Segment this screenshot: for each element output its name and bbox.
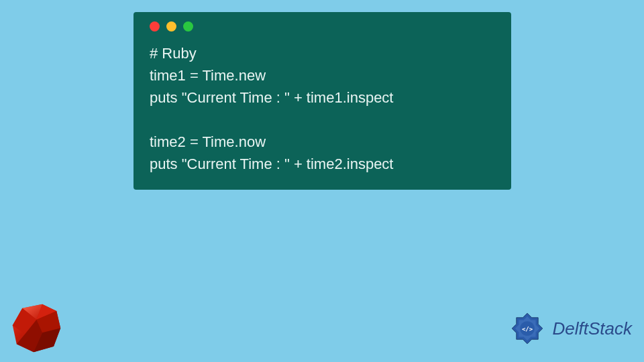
code-window: # Ruby time1 = Time.new puts "Current Ti… (133, 12, 511, 190)
maximize-dot (183, 21, 193, 32)
close-dot (150, 21, 160, 32)
minimize-dot (166, 21, 176, 32)
window-controls (150, 21, 498, 32)
code-content: # Ruby time1 = Time.new puts "Current Ti… (147, 42, 498, 175)
svg-text:</>: </> (521, 326, 533, 333)
brand-logo-icon: </> (507, 308, 547, 349)
brand: </> DelftStack (507, 308, 633, 349)
ruby-logo-icon (8, 300, 65, 357)
brand-name: DelftStack (553, 318, 633, 339)
